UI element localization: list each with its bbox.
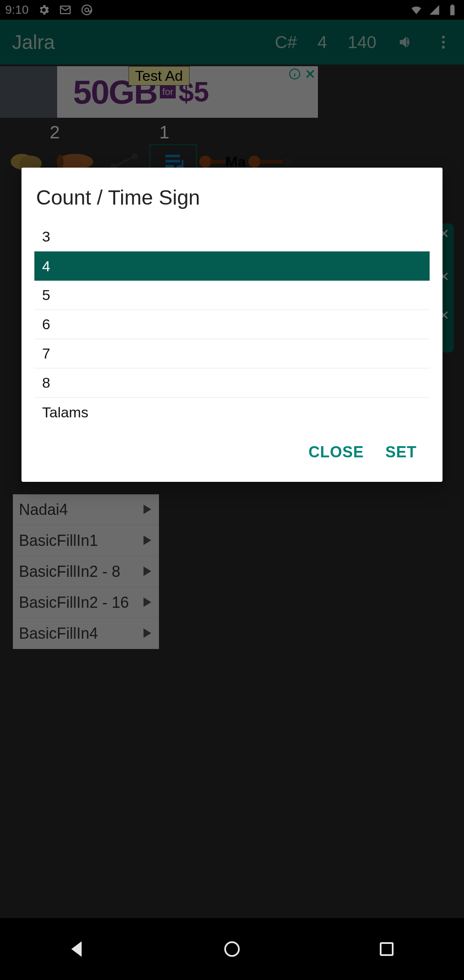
dialog-title: Count / Time Sign (34, 186, 430, 222)
time-option[interactable]: 3 (34, 222, 430, 251)
count-time-dialog: Count / Time Sign 3 4 5 6 7 8 Talams CLO… (21, 168, 443, 482)
option-label: 8 (42, 374, 50, 391)
option-label: 6 (42, 316, 50, 333)
modal-scrim[interactable] (0, 0, 464, 980)
time-option[interactable]: 6 (34, 310, 430, 339)
option-label: Talams (42, 404, 89, 421)
time-option-selected[interactable]: 4 (34, 251, 430, 281)
option-label: 3 (42, 228, 50, 245)
home-icon[interactable] (222, 939, 242, 959)
option-label: 4 (42, 258, 50, 275)
set-button[interactable]: SET (385, 443, 417, 461)
close-button[interactable]: CLOSE (308, 443, 364, 461)
svg-point-22 (225, 942, 239, 956)
system-nav-bar (0, 918, 464, 980)
back-icon[interactable] (67, 939, 88, 959)
time-option-talams[interactable]: Talams (34, 398, 430, 427)
option-label: 7 (42, 345, 50, 362)
time-option[interactable]: 8 (34, 368, 430, 398)
recents-icon[interactable] (376, 939, 397, 959)
time-option[interactable]: 7 (34, 339, 430, 368)
time-option[interactable]: 5 (34, 281, 430, 310)
option-label: 5 (42, 287, 50, 303)
svg-rect-23 (381, 943, 393, 955)
